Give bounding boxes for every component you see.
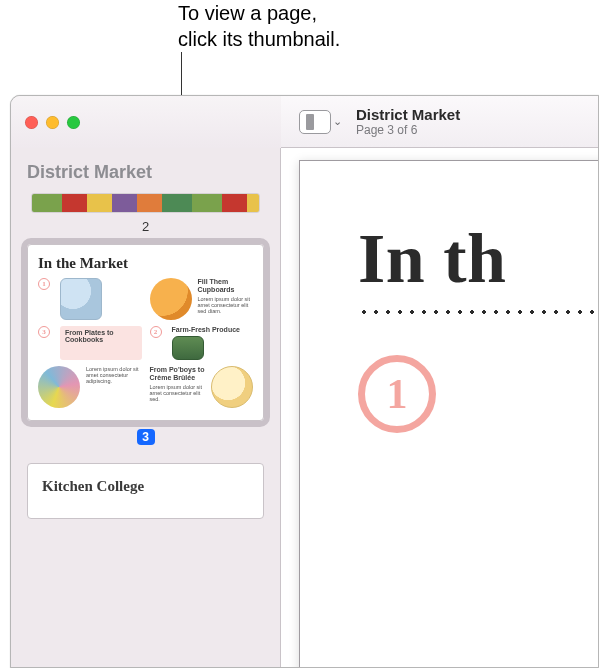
- thumb-item-4-body: Lorem ipsum dolor sit amet consectetur e…: [150, 384, 206, 402]
- jar-lids-illustration-icon: [370, 626, 598, 667]
- thumb-item-2-heading: Farm-Fresh Produce: [172, 326, 240, 334]
- thumbnail-page-strip[interactable]: [31, 193, 260, 213]
- sidebar-toggle-button[interactable]: ⌄: [299, 110, 342, 134]
- step-badge-3-icon: 3: [38, 326, 50, 338]
- sidebar-panel-icon: [299, 110, 331, 134]
- document-page-indicator: Page 3 of 6: [356, 123, 460, 137]
- document-name: District Market: [356, 106, 460, 123]
- thumb-item-4-heading: From Po'boys to Crème Brûlée: [150, 366, 206, 382]
- crate-illustration-icon: [172, 336, 204, 360]
- thumbnail-3-title: In the Market: [38, 255, 253, 272]
- close-icon[interactable]: [25, 116, 38, 129]
- thumbnail-page-4[interactable]: Kitchen College: [27, 463, 264, 519]
- chevron-down-icon: ⌄: [333, 115, 342, 128]
- step-badge-2-icon: 2: [150, 326, 162, 338]
- thumb-item-3-body: Lorem ipsum dolor sit amet consectetur a…: [86, 366, 142, 408]
- document-canvas: ⌄ District Market Page 3 of 6 In th 1: [281, 96, 598, 667]
- zoom-icon[interactable]: [67, 116, 80, 129]
- document-meta: District Market Page 3 of 6: [356, 106, 460, 137]
- document-toolbar: ⌄ District Market Page 3 of 6: [281, 96, 598, 148]
- dotted-rule: [358, 309, 598, 315]
- pastry-illustration-icon: [211, 366, 253, 408]
- page-canvas[interactable]: In th 1: [299, 160, 598, 667]
- bowls-illustration-icon: [38, 366, 80, 408]
- thumbnail-4-title: Kitchen College: [42, 478, 249, 495]
- thumb-item-1-heading: Fill Them Cupboards: [198, 278, 254, 294]
- window-controls: [25, 116, 80, 129]
- callout-line-1: To view a page,: [178, 0, 340, 26]
- sidebar-doc-title: District Market: [27, 162, 264, 183]
- thumb-item-1-body: Lorem ipsum dolor sit amet consectetur e…: [198, 296, 254, 314]
- thumb-item-3-heading: From Plates to Cookbooks: [60, 326, 142, 360]
- step-badge-1-icon: 1: [38, 278, 50, 290]
- thumbnails-sidebar: District Market 2 In the Market 1 Fill T…: [11, 148, 281, 667]
- orange-illustration-icon: [150, 278, 192, 320]
- step-number-1: 1: [358, 355, 436, 433]
- page-heading: In th: [358, 219, 598, 299]
- callout-text: To view a page, click its thumbnail.: [178, 0, 340, 52]
- app-window: District Market 2 In the Market 1 Fill T…: [10, 95, 599, 668]
- thumbnail-current-badge: 3: [137, 429, 155, 445]
- jar-illustration-icon: [60, 278, 102, 320]
- thumbnail-page-number-2: 2: [25, 219, 266, 234]
- minimize-icon[interactable]: [46, 116, 59, 129]
- window-body: District Market 2 In the Market 1 Fill T…: [11, 148, 598, 667]
- callout-line-2: click its thumbnail.: [178, 26, 340, 52]
- thumbnail-3-content: 1 Fill Them Cupboards Lorem ipsum dolor …: [38, 278, 253, 408]
- thumbnail-page-3[interactable]: In the Market 1 Fill Them Cupboards Lore…: [27, 244, 264, 421]
